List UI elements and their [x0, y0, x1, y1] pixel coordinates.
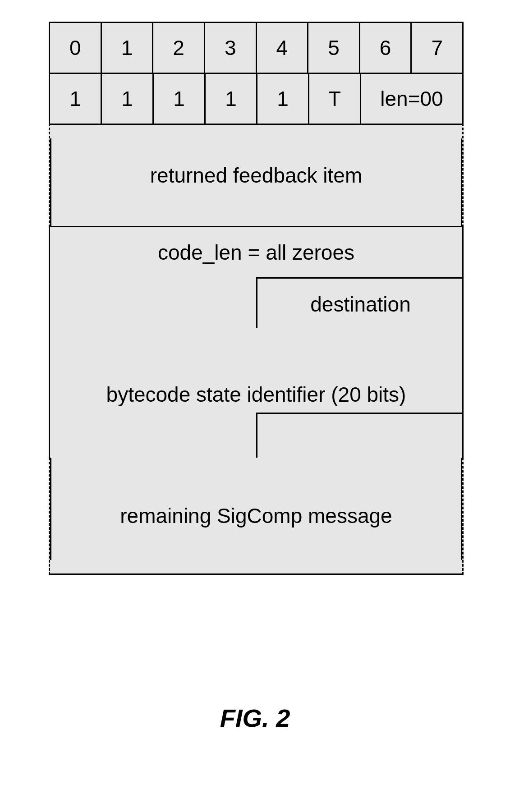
sigcomp-message-format-diagram: 0 1 2 3 4 5 6 7 1 1 1 1 1 T len=00 retur…: [49, 22, 464, 575]
page: 0 1 2 3 4 5 6 7 1 1 1 1 1 T len=00 retur…: [0, 0, 510, 812]
bit-7: 7: [410, 22, 464, 74]
remaining-label: remaining SigComp message: [120, 504, 392, 528]
byte0-len-field: len=00: [360, 73, 464, 125]
feedback-label: returned feedback item: [150, 163, 363, 188]
returned-feedback-item-field: returned feedback item: [49, 124, 464, 227]
code-len-destination-field: code_len = all zeroes destination: [49, 226, 464, 330]
byte0-bit3: 1: [204, 73, 257, 125]
bit-4: 4: [256, 22, 309, 74]
bytecode-label: bytecode state identifier (20 bits): [49, 382, 464, 407]
bytecode-state-identifier-field: bytecode state identifier (20 bits): [49, 328, 464, 459]
bit-6: 6: [359, 22, 412, 74]
first-byte-row: 1 1 1 1 1 T len=00: [49, 73, 464, 125]
bit-2: 2: [152, 22, 205, 74]
bit-header-row: 0 1 2 3 4 5 6 7: [49, 22, 464, 74]
code-len-label: code_len = all zeroes: [49, 240, 464, 265]
bit-5: 5: [307, 22, 360, 74]
byte0-bit2: 1: [152, 73, 206, 125]
bit-1: 1: [101, 22, 154, 74]
bit-0: 0: [49, 22, 102, 74]
figure-caption: FIG. 2: [0, 703, 510, 733]
destination-label: destination: [310, 292, 411, 317]
remaining-sigcomp-message-field: remaining SigComp message: [49, 458, 464, 575]
byte0-bit4: 1: [256, 73, 309, 125]
byte0-bit0: 1: [49, 73, 102, 125]
destination-field: destination: [256, 277, 464, 330]
bit-3: 3: [204, 22, 257, 74]
byte0-bit1: 1: [101, 73, 154, 125]
byte0-t-flag: T: [308, 73, 361, 125]
